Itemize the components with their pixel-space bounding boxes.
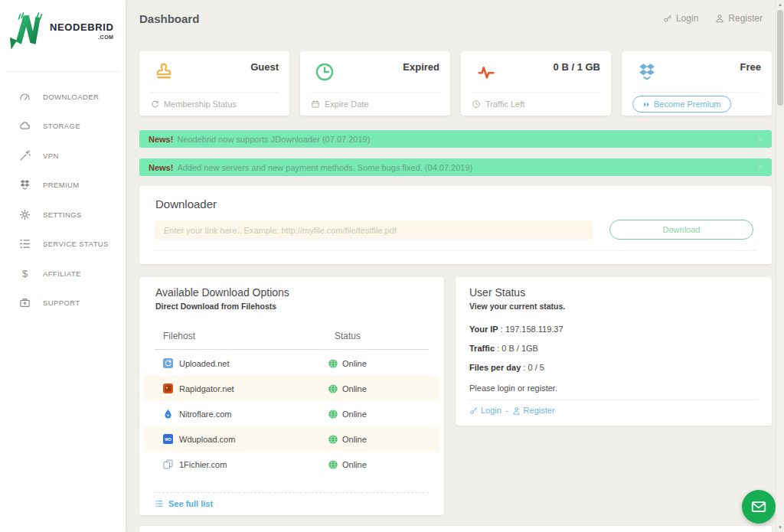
column-header-status: Status — [335, 331, 361, 341]
dollar-icon: $ — [18, 267, 31, 280]
sidebar-item-settings[interactable]: SETTINGS — [0, 200, 126, 230]
login-link[interactable]: Login — [469, 406, 501, 415]
gear-icon — [18, 208, 31, 221]
download-button[interactable]: Download — [609, 220, 753, 240]
topbar-links: Login Register — [663, 13, 763, 24]
traffic-label-row: Traffic Left — [472, 93, 603, 116]
online-globe-icon — [328, 359, 338, 368]
scrollbar-thumb[interactable] — [777, 10, 783, 106]
clock-icon — [472, 100, 481, 109]
sidebar: Neodebrid .com DOWNLOADER STORAGE — [0, 0, 126, 532]
downloader-title: Downloader — [155, 197, 217, 211]
traffic-card: 0 B / 1 GB Traffic Left — [461, 51, 611, 116]
membership-card: Guest Membership Status — [139, 51, 289, 116]
sidebar-item-label: AFFILIATE — [43, 269, 81, 278]
expire-card: Expired Expire Date — [300, 51, 450, 116]
cloud-icon — [18, 119, 31, 132]
options-title: Available Download Options — [155, 286, 289, 299]
news-prefix: News! — [149, 135, 173, 144]
logo-n-icon — [9, 9, 44, 52]
refresh-icon — [150, 100, 159, 109]
svg-text:$: $ — [22, 268, 28, 279]
news-text: Neodebrid now supports JDownloader (07.0… — [177, 135, 370, 144]
stamp-icon — [153, 61, 175, 83]
table-row: WD Wdupload.com Online — [144, 426, 439, 452]
key-icon — [663, 14, 672, 23]
see-full-list-link[interactable]: See full list — [155, 499, 213, 508]
chat-button[interactable] — [742, 490, 776, 524]
brand-tld: .com — [50, 34, 113, 40]
login-link[interactable]: Login — [663, 13, 698, 24]
sidebar-item-vpn[interactable]: VPN — [0, 141, 126, 171]
premium-value: Free — [740, 61, 761, 73]
pulse-icon — [475, 61, 498, 83]
table-row: Nitroflare.com Online — [144, 401, 439, 426]
register-link[interactable]: Register — [715, 13, 763, 24]
sidebar-menu: DOWNLOADER STORAGE VPN PREMIUM — [0, 82, 126, 318]
user-status-links: Login - Register — [469, 406, 555, 415]
scroll-down-icon[interactable]: ▼ — [776, 523, 784, 532]
sidebar-divider — [6, 71, 119, 72]
speedometer-icon — [18, 90, 31, 103]
neodebrid-dashboard: Neodebrid .com DOWNLOADER STORAGE — [0, 0, 784, 532]
user-status-title: User Status — [469, 286, 525, 299]
sidebar-item-label: STORAGE — [43, 122, 80, 130]
magic-wand-icon — [18, 149, 31, 162]
files-per-day-field: Files per day : 0 / 5 — [469, 363, 544, 372]
expire-value: Expired — [403, 61, 439, 73]
traffic-value: 0 B / 1 GB — [554, 61, 600, 73]
sidebar-item-premium[interactable]: PREMIUM — [0, 171, 126, 201]
dropbox-icon — [635, 61, 658, 83]
traffic-field: Traffic : 0 B / 1GB — [469, 344, 538, 353]
news-banner: News! Neodebrid now supports JDownloader… — [139, 130, 772, 148]
membership-value: Guest — [250, 61, 279, 73]
online-globe-icon — [328, 384, 338, 393]
expire-label-row: Expire Date — [311, 93, 443, 116]
register-link[interactable]: Register — [512, 406, 555, 415]
become-premium-button[interactable]: Become Premium — [632, 96, 731, 113]
sidebar-item-storage[interactable]: STORAGE — [0, 112, 126, 142]
sidebar-item-support[interactable]: SUPPORT — [0, 289, 126, 318]
table-row: Uploaded.net Online — [144, 351, 439, 376]
page-title: Dashboard — [139, 12, 199, 25]
table-row: 1Fichier.com Online — [144, 452, 439, 477]
sidebar-item-label: SETTINGS — [43, 211, 82, 219]
sidebar-item-label: DOWNLOADER — [43, 93, 99, 101]
premium-card: Free Become Premium — [622, 51, 772, 116]
sidebar-item-service-status[interactable]: SERVICE STATUS — [0, 230, 126, 259]
sidebar-item-affiliate[interactable]: $ AFFILIATE — [0, 259, 126, 289]
sidebar-item-label: SUPPORT — [43, 299, 80, 307]
brand-name: Neodebrid — [50, 21, 113, 33]
user-status-subtitle: View your current status. — [469, 302, 565, 311]
list-icon — [18, 237, 31, 250]
sidebar-item-label: VPN — [43, 152, 59, 160]
sidebar-item-label: PREMIUM — [43, 181, 80, 189]
person-icon — [512, 406, 521, 415]
sidebar-item-downloader[interactable]: DOWNLOADER — [0, 82, 126, 112]
sidebar-item-label: SERVICE STATUS — [43, 240, 109, 248]
link-input[interactable] — [155, 220, 593, 240]
downloader-panel: Downloader Download — [139, 186, 772, 264]
options-subtitle: Direct Download from Filehosts — [155, 302, 276, 311]
link-separator: - — [505, 406, 508, 415]
scrollbar[interactable]: ▲ ▼ — [776, 0, 784, 532]
brand-logo[interactable]: Neodebrid .com — [9, 9, 113, 52]
next-panel-edge — [139, 526, 772, 532]
news-text: Added new servers and new payment method… — [177, 163, 472, 172]
membership-label-row: Membership Status — [150, 93, 282, 116]
online-globe-icon — [328, 460, 338, 469]
dropbox-icon — [18, 178, 31, 191]
calendar-icon — [311, 100, 320, 109]
table-row: Rapidgator.net Online — [144, 376, 439, 401]
key-icon — [469, 406, 478, 415]
news-prefix: News! — [149, 163, 173, 172]
filehost-table: Uploaded.net Online Rapidgator.net — [144, 351, 439, 477]
download-options-panel: Available Download Options Direct Downlo… — [139, 277, 444, 515]
close-icon[interactable]: × — [756, 162, 763, 172]
person-icon — [715, 14, 724, 23]
column-header-filehost: Filehost — [163, 331, 195, 341]
scroll-up-icon[interactable]: ▲ — [776, 0, 784, 9]
wdupload-icon: WD — [163, 434, 173, 444]
close-icon[interactable]: × — [756, 134, 763, 144]
uploaded-icon — [163, 358, 173, 368]
